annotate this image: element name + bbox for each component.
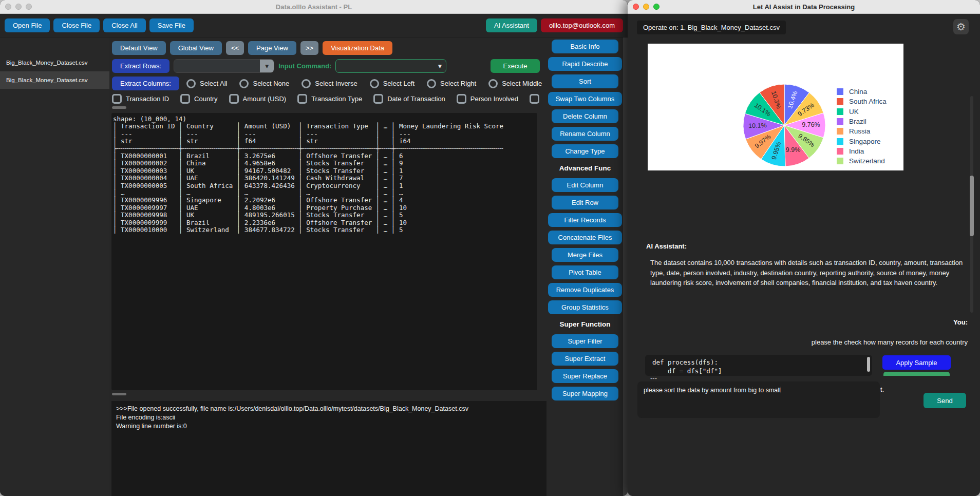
checkbox-icon[interactable] bbox=[457, 94, 466, 104]
h-scrollbar-thumb[interactable] bbox=[112, 393, 126, 395]
window-controls bbox=[5, 4, 32, 10]
func-button-basic-info[interactable]: Basic Info bbox=[552, 40, 618, 53]
func-button-change-type[interactable]: Change Type bbox=[552, 144, 618, 158]
checkbox-icon[interactable] bbox=[112, 94, 122, 104]
h-scrollbar-thumb[interactable] bbox=[112, 106, 126, 109]
func-button-filter-records[interactable]: Filter Records bbox=[548, 213, 622, 227]
send-button[interactable]: Send bbox=[924, 393, 966, 408]
func-button-edit-row[interactable]: Edit Row bbox=[552, 196, 618, 209]
apply-sample-button[interactable]: Apply Sample bbox=[882, 355, 951, 370]
open-file-button[interactable]: Open File bbox=[5, 18, 50, 32]
zoom-button[interactable] bbox=[653, 4, 659, 10]
assistant-message: The dataset contains 10,000 transactions… bbox=[650, 258, 969, 288]
radio-label: Select Right bbox=[440, 80, 476, 87]
close-file-button[interactable]: Close File bbox=[53, 18, 100, 32]
column-select-radio[interactable]: Select Right bbox=[427, 79, 476, 88]
column-select-radio[interactable]: Select Left bbox=[370, 79, 414, 88]
code-preview: def process(dfs): df = dfs["df"] bbox=[645, 355, 872, 376]
func-button-remove-duplicates[interactable]: Remove Duplicates bbox=[548, 283, 622, 297]
view-bar: Default View Global View << Page View >>… bbox=[109, 41, 547, 55]
func-button-rapid-describe[interactable]: Rapid Describe bbox=[548, 57, 622, 71]
page-view-button[interactable]: Page View bbox=[248, 41, 296, 55]
extract-rows-combobox[interactable]: ▼ bbox=[174, 59, 274, 73]
next-page-button[interactable]: >> bbox=[300, 41, 318, 55]
func-button-super-mapping[interactable]: Super Mapping bbox=[552, 387, 618, 400]
extract-columns-button[interactable]: Extract Columns: bbox=[112, 77, 179, 90]
apply-button-partial[interactable] bbox=[883, 372, 950, 376]
func-button-pivot-table[interactable]: Pivot Table bbox=[552, 265, 618, 279]
radio-icon[interactable] bbox=[488, 79, 498, 88]
column-select-radio[interactable]: Select None bbox=[239, 79, 289, 88]
chevron-down-icon[interactable]: ▼ bbox=[260, 59, 274, 73]
func-button-rename-column[interactable]: Rename Column bbox=[552, 127, 618, 141]
radio-icon[interactable] bbox=[239, 79, 249, 88]
column-select-radio[interactable]: Select All bbox=[186, 79, 227, 88]
checkbox-icon[interactable] bbox=[530, 94, 539, 104]
input-command-combobox[interactable]: ▼ bbox=[335, 59, 446, 73]
default-view-button[interactable]: Default View bbox=[112, 41, 166, 55]
func-button-edit-column[interactable]: Edit Column bbox=[552, 178, 618, 192]
func-button-group-statistics[interactable]: Group Statistics bbox=[548, 300, 622, 314]
chat-scrollbar-thumb[interactable] bbox=[970, 176, 974, 236]
checkbox-icon[interactable] bbox=[373, 94, 383, 104]
legend-label: Brazil bbox=[849, 118, 866, 125]
func-button-super-filter[interactable]: Super Filter bbox=[552, 334, 618, 348]
column-checkbox[interactable]: Amount (USD) bbox=[229, 94, 287, 104]
func-button-super-replace[interactable]: Super Replace bbox=[552, 369, 618, 383]
save-file-button[interactable]: Save File bbox=[149, 18, 194, 32]
gear-icon[interactable]: ⚙ bbox=[953, 19, 969, 34]
column-checkbox-bar: Transaction IDCountryAmount (USD)Transac… bbox=[109, 94, 547, 104]
global-view-button[interactable]: Global View bbox=[170, 41, 222, 55]
sidebar-section-label: Advanced Func bbox=[559, 164, 611, 172]
dataframe-output: shape: (10_000, 14) │ Transaction ID │ C… bbox=[111, 113, 537, 390]
input-command-label: Input Command: bbox=[278, 62, 331, 70]
column-checkbox[interactable]: Person Involved bbox=[457, 94, 518, 104]
column-checkbox[interactable]: Transaction Type bbox=[297, 94, 362, 104]
func-button-merge-files[interactable]: Merge Files bbox=[552, 248, 618, 262]
radio-label: Select Inverse bbox=[315, 80, 357, 87]
prev-page-button[interactable]: << bbox=[226, 41, 244, 55]
window-title: Let AI Assist in Data Processing bbox=[628, 3, 980, 11]
file-list-item[interactable]: Big_Black_Money_Dataset.csv bbox=[0, 54, 109, 71]
you-label: You: bbox=[646, 318, 968, 326]
close-button[interactable] bbox=[5, 4, 11, 10]
func-button-sort[interactable]: Sort bbox=[552, 74, 618, 88]
minimize-button[interactable] bbox=[643, 4, 649, 10]
checkbox-icon[interactable] bbox=[229, 94, 239, 104]
chat-input[interactable]: please sort the data by amount from big … bbox=[637, 381, 880, 418]
file-list-item[interactable]: Big_Black_Money_Dataset.csv bbox=[0, 71, 109, 89]
right-titlebar: Let AI Assist in Data Processing bbox=[628, 0, 980, 14]
radio-icon[interactable] bbox=[427, 79, 436, 88]
column-select-radio[interactable]: Select Inverse bbox=[301, 79, 357, 88]
radio-icon[interactable] bbox=[301, 79, 311, 88]
checkbox-label: Amount (USD) bbox=[243, 95, 287, 103]
column-checkbox[interactable]: Country bbox=[180, 94, 218, 104]
func-button-super-extract[interactable]: Super Extract bbox=[552, 352, 618, 366]
zoom-button[interactable] bbox=[26, 4, 32, 10]
legend-swatch bbox=[837, 98, 843, 105]
ai-assistant-button[interactable]: AI Assistant bbox=[486, 18, 537, 32]
column-select-radio[interactable]: Select Middle bbox=[488, 79, 542, 88]
visualization-data-button[interactable]: Visualization Data bbox=[323, 41, 392, 55]
checkbox-label: Person Involved bbox=[470, 95, 518, 103]
chevron-down-icon[interactable]: ▼ bbox=[434, 63, 446, 70]
minimize-button[interactable] bbox=[15, 4, 22, 10]
account-button[interactable]: olllo.top@outlook.com bbox=[541, 18, 623, 32]
radio-icon[interactable] bbox=[370, 79, 379, 88]
column-checkbox[interactable] bbox=[530, 94, 543, 104]
checkbox-icon[interactable] bbox=[297, 94, 307, 104]
column-checkbox[interactable]: Date of Transaction bbox=[373, 94, 445, 104]
checkbox-icon[interactable] bbox=[180, 94, 190, 104]
func-button-concatenate-files[interactable]: Concatenate Files bbox=[548, 231, 622, 244]
execute-button[interactable]: Execute bbox=[491, 59, 540, 73]
func-button-delete-column[interactable]: Delete Column bbox=[552, 109, 618, 123]
radio-icon[interactable] bbox=[186, 79, 196, 88]
func-button-swap-two-columns[interactable]: Swap Two Columns bbox=[548, 92, 622, 106]
legend-swatch bbox=[837, 138, 843, 145]
code-scrollbar-thumb[interactable] bbox=[867, 357, 870, 372]
close-button[interactable] bbox=[633, 4, 639, 10]
column-checkbox[interactable]: Transaction ID bbox=[112, 94, 169, 104]
close-all-button[interactable]: Close All bbox=[103, 18, 146, 32]
sidebar-scrollbar-track[interactable] bbox=[623, 37, 628, 496]
extract-rows-button[interactable]: Extract Rows: bbox=[112, 59, 169, 73]
